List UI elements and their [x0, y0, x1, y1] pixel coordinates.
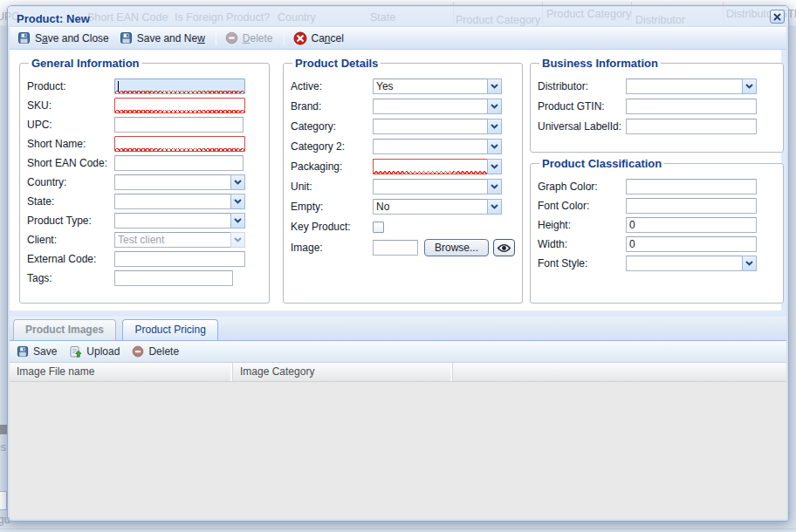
- short-name-input[interactable]: [114, 136, 245, 152]
- product-classification-fieldset: Product Classification Graph Color: Font…: [530, 157, 784, 304]
- delete-icon: [225, 31, 238, 44]
- toolbar-separator: [216, 31, 216, 45]
- font-color-input[interactable]: [626, 198, 757, 214]
- preview-button[interactable]: [493, 239, 515, 256]
- client-combo-input: [114, 232, 230, 248]
- active-combo[interactable]: [373, 78, 502, 94]
- chevron-down-icon[interactable]: [230, 213, 245, 228]
- short-name-label: Short Name:: [27, 138, 114, 150]
- key-product-checkbox[interactable]: [373, 222, 384, 233]
- cancel-button[interactable]: Cancel: [289, 30, 350, 47]
- background-fragment-field: [0, 491, 7, 510]
- client-field-row: Client:: [27, 232, 262, 248]
- chevron-down-icon[interactable]: [742, 256, 757, 271]
- save-icon: [17, 31, 31, 44]
- universal-labelid-input[interactable]: [626, 119, 757, 134]
- state-combo[interactable]: [114, 194, 245, 209]
- upc-input[interactable]: [114, 117, 244, 133]
- product-form-panel: General Information Product: SKU: UPC:: [10, 50, 781, 311]
- toolbar-separator: [284, 31, 285, 45]
- distributor-combo[interactable]: [626, 78, 757, 94]
- sku-input[interactable]: [114, 98, 245, 113]
- chevron-down-icon[interactable]: [487, 159, 502, 174]
- chevron-down-icon[interactable]: [230, 174, 245, 190]
- chevron-down-icon[interactable]: [487, 99, 502, 114]
- empty-combo[interactable]: [373, 199, 502, 215]
- delete-button[interactable]: Delete: [221, 30, 279, 46]
- font-style-combo-input[interactable]: [626, 256, 742, 271]
- business-information-fieldset: Business Information Distributor: Produc…: [530, 57, 784, 153]
- brand-combo[interactable]: [373, 99, 502, 114]
- column-header-image-file-name[interactable]: Image File name: [10, 363, 233, 381]
- unit-combo[interactable]: [373, 179, 502, 194]
- font-style-field-row: Font Style:: [538, 256, 776, 271]
- brand-combo-input[interactable]: [373, 99, 487, 114]
- graph-color-label: Graph Color:: [538, 181, 626, 193]
- browse-button[interactable]: Browse...: [424, 239, 489, 256]
- save-and-new-button[interactable]: Save and New: [115, 30, 211, 46]
- chevron-down-icon[interactable]: [230, 194, 245, 209]
- product-gtin-field-row: Product GTIN:: [538, 99, 776, 114]
- tab-product-images[interactable]: Product Images: [13, 319, 116, 340]
- column-header-empty: [453, 363, 786, 381]
- active-combo-input[interactable]: [373, 78, 487, 94]
- unit-combo-input[interactable]: [373, 179, 487, 194]
- unit-label: Unit:: [291, 181, 373, 193]
- font-color-label: Font Color:: [538, 200, 626, 212]
- universal-labelid-field-row: Universal LabelId:: [538, 119, 776, 134]
- brand-field-row: Brand:: [291, 99, 515, 114]
- empty-combo-input[interactable]: [373, 199, 487, 215]
- width-input[interactable]: [626, 236, 757, 252]
- images-save-button[interactable]: Save: [17, 345, 57, 358]
- short-ean-input[interactable]: [114, 155, 244, 171]
- category-combo-input[interactable]: [373, 119, 487, 134]
- category2-combo-input[interactable]: [373, 139, 487, 154]
- window-body: General Information Product: SKU: UPC:: [10, 50, 786, 519]
- save-icon: [17, 345, 29, 358]
- window-titlebar[interactable]: Product: New: [8, 6, 788, 27]
- state-combo-input[interactable]: [114, 194, 230, 209]
- upc-label: UPC:: [27, 119, 114, 131]
- country-combo[interactable]: [114, 174, 245, 190]
- category-combo[interactable]: [373, 119, 502, 134]
- chevron-down-icon[interactable]: [487, 199, 502, 215]
- upload-icon: [69, 345, 82, 358]
- client-label: Client:: [27, 234, 114, 246]
- images-upload-button[interactable]: Upload: [69, 345, 120, 358]
- product-gtin-input[interactable]: [626, 99, 757, 114]
- window-close-button[interactable]: [770, 10, 785, 24]
- window-title: Product: New: [17, 12, 90, 25]
- category2-label: Category 2:: [291, 140, 373, 153]
- font-style-combo[interactable]: [626, 256, 757, 271]
- distributor-combo-input[interactable]: [626, 78, 742, 94]
- key-product-field-row: Key Product:: [291, 219, 515, 235]
- width-field-row: Width:: [538, 236, 776, 252]
- product-input[interactable]: [114, 78, 245, 94]
- chevron-down-icon[interactable]: [487, 78, 502, 94]
- packaging-combo[interactable]: [373, 159, 502, 174]
- product-type-combo[interactable]: [114, 213, 245, 228]
- delete-icon: [132, 345, 144, 358]
- packaging-combo-input[interactable]: [373, 159, 487, 174]
- column-header-image-category[interactable]: Image Category: [233, 363, 453, 381]
- save-and-close-button[interactable]: Save and Close: [13, 30, 115, 46]
- chevron-down-icon[interactable]: [487, 179, 502, 194]
- product-details-fieldset: Product Details Active: Brand: Category:: [283, 57, 523, 304]
- images-grid-body[interactable]: [10, 382, 786, 518]
- chevron-down-icon[interactable]: [742, 78, 757, 94]
- product-type-combo-input[interactable]: [114, 213, 230, 228]
- country-combo-input[interactable]: [114, 174, 230, 190]
- tab-product-pricing[interactable]: Product Pricing: [122, 319, 217, 340]
- image-input[interactable]: [373, 240, 418, 256]
- category2-combo[interactable]: [373, 139, 502, 154]
- graph-color-input[interactable]: [626, 179, 757, 194]
- chevron-down-icon[interactable]: [487, 139, 502, 154]
- external-code-input[interactable]: [114, 251, 245, 267]
- category-label: Category:: [291, 120, 373, 133]
- window-toolbar: Save and Close Save and New Delete: [10, 27, 786, 50]
- height-input[interactable]: [626, 217, 757, 233]
- images-delete-button[interactable]: Delete: [132, 345, 179, 358]
- distributor-field-row: Distributor:: [538, 78, 776, 94]
- tags-input[interactable]: [114, 270, 233, 286]
- chevron-down-icon[interactable]: [487, 119, 502, 134]
